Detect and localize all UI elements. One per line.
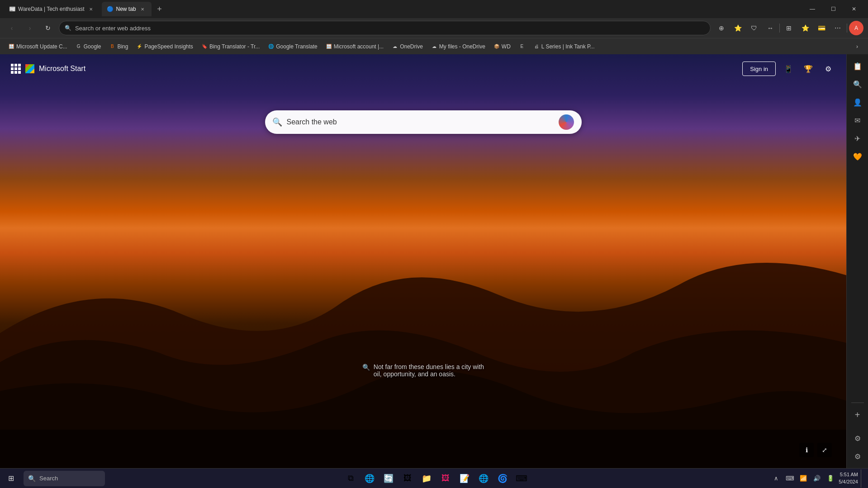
nav-action-buttons: ⊕ ⭐ 🛡 ↔ ⊞ ⭐ 💳 ⋯ A	[714, 21, 863, 35]
search-icon: 🔍	[272, 117, 282, 127]
terminal-icon: ⌨	[516, 474, 527, 483]
copilot-icon[interactable]	[558, 114, 574, 130]
tab-waredata[interactable]: 📰 WareData | Tech enthusiast ✕	[4, 2, 100, 16]
refresh-button[interactable]: ↻	[41, 21, 55, 35]
grid-dot-7	[11, 71, 14, 74]
tab-close-waredata[interactable]: ✕	[87, 5, 95, 13]
battery-icon[interactable]: 🔋	[825, 473, 836, 484]
taskbar-center: ⧉ 🌐 🔄 🖼 📁 🖼 📝 🌐 �	[105, 469, 767, 488]
taskbar-gallery[interactable]: 🖼	[398, 469, 417, 488]
navigation-bar: ‹ › ↻ 🔍 Search or enter web address ⊕ ⭐ …	[0, 18, 868, 38]
window-controls: — ☐ ✕	[802, 2, 864, 16]
wifi-icon[interactable]: 📶	[798, 473, 809, 484]
ms-grid-icon	[11, 64, 21, 74]
bookmark-onedrive[interactable]: ☁ OneDrive	[388, 41, 427, 52]
tab-newtab[interactable]: 🔵 New tab ✕	[102, 2, 152, 16]
bookmark-label-pagespeed: PageSpeed Insights	[144, 43, 193, 50]
bookmark-google-translate[interactable]: 🌐 Google Translate	[264, 41, 321, 52]
back-button[interactable]: ‹	[5, 21, 19, 35]
bookmark-google[interactable]: G Google	[72, 41, 105, 52]
image-info-button[interactable]: ℹ	[799, 443, 814, 457]
bookmark-favicon-ms: 🪟	[8, 43, 14, 50]
bookmark-favicon-translator: 🔖	[201, 43, 208, 50]
windows-button[interactable]: ⊞	[2, 469, 20, 488]
taskbar-datetime[interactable]: 5:51 AM 5/4/2024	[839, 471, 858, 485]
bookmark-label-msaccount: Microsoft account |...	[334, 43, 384, 50]
taskbar-photos[interactable]: 🖼	[436, 469, 455, 488]
taskbar-browser-blue[interactable]: 🌀	[493, 469, 512, 488]
bookmark-wd[interactable]: 📦 WD	[490, 41, 514, 52]
bookmark-favicon-gtranslate: 🌐	[268, 43, 274, 50]
tab-search-button[interactable]: ⊕	[714, 21, 729, 35]
sidebar-search-icon[interactable]: 🔍	[849, 76, 866, 92]
copilot-button[interactable]: ↔	[763, 21, 778, 35]
taskbar-edge-2[interactable]: 🔄	[379, 469, 398, 488]
browser-page: Microsoft Start Sign in 📱 🏆 ⚙ 🔍 Search t…	[0, 54, 846, 468]
taskbar-left: ⊞	[0, 469, 22, 488]
keyboard-icon[interactable]: ⌨	[784, 473, 795, 484]
image-expand-button[interactable]: ⤢	[817, 443, 832, 457]
edge-icon-1: 🌐	[365, 474, 375, 483]
minimize-button[interactable]: —	[802, 2, 823, 16]
volume-icon[interactable]: 🔊	[811, 473, 822, 484]
mobile-icon-button[interactable]: 📱	[781, 62, 796, 76]
image-info[interactable]: 🔍 Not far from these dunes lies a city w…	[362, 363, 484, 378]
sign-in-button[interactable]: Sign in	[742, 62, 776, 76]
tab-close-newtab[interactable]: ✕	[139, 5, 146, 13]
main-content: Microsoft Start Sign in 📱 🏆 ⚙ 🔍 Search t…	[0, 54, 868, 468]
grid-dot-6	[18, 67, 21, 70]
address-text: Search or enter web address	[75, 25, 705, 32]
sidebar-clipboard-icon[interactable]: 📋	[849, 58, 866, 74]
bookmark-bing[interactable]: B Bing	[105, 41, 132, 52]
sidebar-settings-bottom2[interactable]: ⚙	[849, 448, 866, 464]
sidebar-send-icon[interactable]: ✈	[849, 130, 866, 147]
bookmark-e[interactable]: E	[515, 41, 529, 52]
nav-divider	[779, 24, 780, 33]
bookmark-label-google: Google	[84, 43, 101, 50]
bookmark-myfiles-onedrive[interactable]: ☁ My files - OneDrive	[427, 41, 489, 52]
bookmark-pagespeed[interactable]: ⚡ PageSpeed Insights	[133, 41, 196, 52]
taskbar-task-view[interactable]: ⧉	[342, 469, 360, 488]
split-screen-button[interactable]: ⊞	[782, 21, 796, 35]
notepad-icon: 📝	[460, 474, 470, 483]
taskbar-search[interactable]: 🔍 Search	[24, 471, 105, 486]
search-box[interactable]: 🔍 Search the web	[265, 110, 582, 134]
favorites-button[interactable]: ⭐	[730, 21, 745, 35]
sidebar-mail-icon[interactable]: ✉	[849, 112, 866, 128]
shield-button[interactable]: 🛡	[747, 21, 761, 35]
profile-button[interactable]: A	[849, 21, 863, 35]
taskbar-file-explorer[interactable]: 📁	[417, 469, 436, 488]
ms-start-logo[interactable]: Microsoft Start	[11, 64, 85, 74]
sidebar-plus-button[interactable]: +	[849, 407, 866, 423]
close-button[interactable]: ✕	[844, 2, 864, 16]
more-button[interactable]: ⋯	[830, 21, 845, 35]
sidebar-orange-icon[interactable]: 🧡	[849, 148, 866, 165]
address-bar[interactable]: 🔍 Search or enter web address	[59, 21, 711, 35]
bookmark-ms-update[interactable]: 🪟 Microsoft Update C...	[5, 41, 71, 52]
forward-button[interactable]: ›	[23, 21, 37, 35]
collections-button[interactable]: ⭐	[798, 21, 812, 35]
chevron-up-icon[interactable]: ∧	[771, 473, 782, 484]
sidebar-user-icon[interactable]: 👤	[849, 94, 866, 110]
right-sidebar: 📋 🔍 👤 ✉ ✈ 🧡 + ⚙ ⚙	[846, 54, 868, 468]
wallet-button[interactable]: 💳	[814, 21, 829, 35]
bookmark-bing-translator[interactable]: 🔖 Bing Translator - Tr...	[198, 41, 263, 52]
new-tab-button[interactable]: +	[153, 3, 166, 15]
show-desktop-button[interactable]	[861, 469, 864, 488]
taskbar-terminal[interactable]: ⌨	[512, 469, 531, 488]
taskbar-notepad[interactable]: 📝	[455, 469, 474, 488]
search-input[interactable]: Search the web	[287, 118, 554, 126]
maximize-button[interactable]: ☐	[823, 2, 844, 16]
title-bar: 📰 WareData | Tech enthusiast ✕ 🔵 New tab…	[0, 0, 868, 18]
taskbar-edge-1[interactable]: 🌐	[360, 469, 379, 488]
bookmark-ms-account[interactable]: 🪟 Microsoft account |...	[322, 41, 388, 52]
bookmark-favicon-msaccount: 🪟	[326, 43, 332, 50]
page-top-right: Sign in 📱 🏆 ⚙	[742, 62, 835, 76]
taskbar-browser-green[interactable]: 🌐	[474, 469, 493, 488]
sidebar-settings-bottom[interactable]: ⚙	[849, 430, 866, 446]
trophy-icon-button[interactable]: 🏆	[801, 62, 816, 76]
bookmark-favicon-wd: 📦	[493, 43, 500, 50]
bookmarks-more-button[interactable]: ›	[851, 41, 863, 52]
settings-icon-button[interactable]: ⚙	[821, 62, 835, 76]
bookmark-lseries[interactable]: 🖨 L Series | Ink Tank P...	[530, 41, 598, 52]
